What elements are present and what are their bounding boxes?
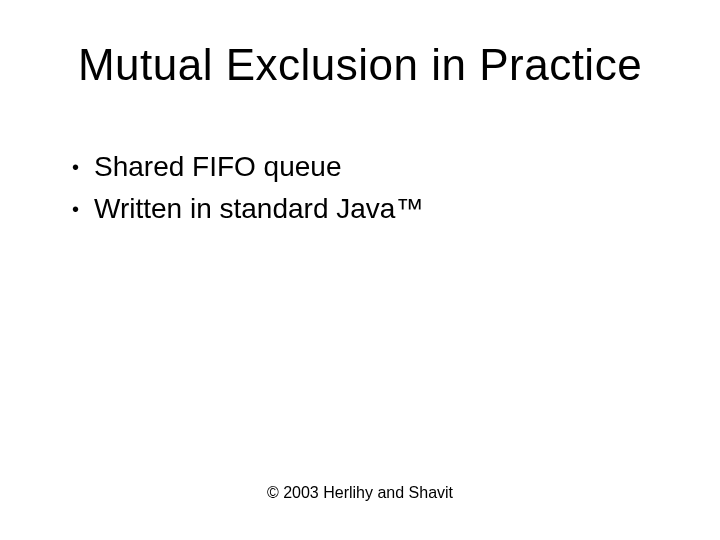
slide: Mutual Exclusion in Practice • Shared FI…	[0, 0, 720, 540]
bullet-text: Shared FIFO queue	[94, 148, 660, 186]
bullet-list: • Shared FIFO queue • Written in standar…	[72, 148, 660, 232]
list-item: • Shared FIFO queue	[72, 148, 660, 186]
slide-title: Mutual Exclusion in Practice	[0, 40, 720, 90]
bullet-icon: •	[72, 196, 94, 223]
bullet-icon: •	[72, 154, 94, 181]
bullet-text: Written in standard Java™	[94, 190, 660, 228]
slide-footer: © 2003 Herlihy and Shavit	[0, 484, 720, 502]
list-item: • Written in standard Java™	[72, 190, 660, 228]
